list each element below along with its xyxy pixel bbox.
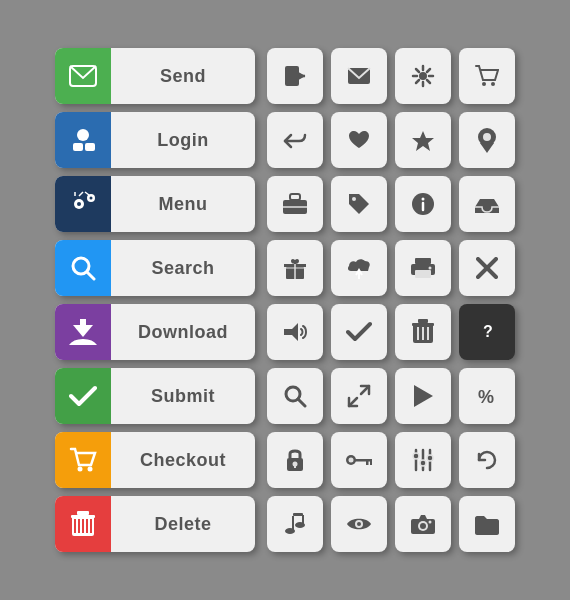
btn-delete[interactable]: Delete bbox=[55, 496, 255, 552]
svg-rect-17 bbox=[82, 519, 84, 533]
svg-text:?: ? bbox=[483, 323, 493, 340]
svg-point-82 bbox=[295, 522, 305, 528]
svg-rect-20 bbox=[77, 511, 89, 515]
icon-btn-folder[interactable] bbox=[459, 496, 515, 552]
icon-btn-info[interactable] bbox=[395, 176, 451, 232]
btn-send-icon bbox=[55, 48, 111, 104]
icon-btn-volume[interactable] bbox=[267, 304, 323, 360]
svg-point-5 bbox=[77, 202, 81, 206]
svg-point-7 bbox=[90, 197, 93, 200]
svg-rect-55 bbox=[418, 319, 428, 323]
svg-point-13 bbox=[88, 467, 93, 472]
icon-btn-expand[interactable] bbox=[331, 368, 387, 424]
svg-rect-19 bbox=[90, 519, 92, 533]
svg-point-38 bbox=[422, 198, 425, 201]
svg-rect-70 bbox=[366, 461, 369, 465]
svg-rect-21 bbox=[71, 515, 95, 518]
btn-download-label: Download bbox=[111, 322, 255, 343]
svg-point-1 bbox=[77, 129, 89, 141]
svg-point-88 bbox=[429, 521, 432, 524]
icon-btn-help[interactable]: ? bbox=[459, 304, 515, 360]
button-column: SendLoginMenuSearchDownloadSubmitCheckou… bbox=[55, 48, 255, 552]
svg-rect-16 bbox=[78, 519, 80, 533]
svg-rect-2 bbox=[73, 143, 83, 151]
icon-btn-percent[interactable]: % bbox=[459, 368, 515, 424]
svg-rect-15 bbox=[74, 519, 76, 533]
svg-marker-30 bbox=[480, 143, 494, 153]
btn-menu-label: Menu bbox=[111, 194, 255, 215]
icon-btn-upload[interactable] bbox=[331, 240, 387, 296]
svg-point-84 bbox=[357, 522, 361, 526]
svg-point-35 bbox=[352, 197, 356, 201]
btn-checkout-icon bbox=[55, 432, 111, 488]
btn-menu[interactable]: Menu bbox=[55, 176, 255, 232]
btn-search[interactable]: Search bbox=[55, 240, 255, 296]
svg-point-81 bbox=[285, 528, 295, 534]
btn-delete-icon bbox=[55, 496, 111, 552]
icon-btn-cart[interactable] bbox=[459, 48, 515, 104]
btn-send-label: Send bbox=[111, 66, 255, 87]
svg-rect-44 bbox=[415, 258, 431, 264]
btn-login-icon bbox=[55, 112, 111, 168]
icon-btn-eye[interactable] bbox=[331, 496, 387, 552]
icon-btn-refresh[interactable] bbox=[459, 432, 515, 488]
svg-rect-69 bbox=[355, 459, 372, 462]
icon-btn-mail[interactable] bbox=[331, 48, 387, 104]
icon-btn-camera[interactable] bbox=[395, 496, 451, 552]
svg-text:%: % bbox=[478, 387, 494, 407]
svg-marker-62 bbox=[414, 385, 433, 407]
main-container: SendLoginMenuSearchDownloadSubmitCheckou… bbox=[39, 32, 531, 568]
btn-send[interactable]: Send bbox=[55, 48, 255, 104]
icon-btn-key[interactable] bbox=[331, 432, 387, 488]
btn-download[interactable]: Download bbox=[55, 304, 255, 360]
icon-btn-settings[interactable] bbox=[395, 48, 451, 104]
icon-btn-star[interactable] bbox=[395, 112, 451, 168]
svg-rect-11 bbox=[80, 319, 86, 327]
btn-login[interactable]: Login bbox=[55, 112, 255, 168]
icon-btn-heart[interactable] bbox=[331, 112, 387, 168]
icon-btn-exit[interactable] bbox=[267, 48, 323, 104]
svg-rect-52 bbox=[417, 327, 419, 340]
btn-download-icon bbox=[55, 304, 111, 360]
btn-submit[interactable]: Submit bbox=[55, 368, 255, 424]
icon-btn-sliders[interactable] bbox=[395, 432, 451, 488]
icon-btn-briefcase[interactable] bbox=[267, 176, 323, 232]
svg-point-87 bbox=[420, 523, 426, 529]
icon-btn-return[interactable] bbox=[267, 112, 323, 168]
svg-rect-78 bbox=[293, 513, 303, 516]
svg-marker-28 bbox=[412, 131, 434, 151]
icon-btn-search2[interactable] bbox=[267, 368, 323, 424]
icon-btn-print[interactable] bbox=[395, 240, 451, 296]
icon-btn-trash[interactable] bbox=[395, 304, 451, 360]
icon-btn-play[interactable] bbox=[395, 368, 451, 424]
svg-point-77 bbox=[427, 455, 433, 461]
btn-submit-icon bbox=[55, 368, 111, 424]
icon-btn-location[interactable] bbox=[459, 112, 515, 168]
icon-btn-close[interactable] bbox=[459, 240, 515, 296]
svg-rect-46 bbox=[415, 270, 431, 278]
btn-checkout-label: Checkout bbox=[111, 450, 255, 471]
svg-point-27 bbox=[491, 82, 495, 86]
svg-point-76 bbox=[420, 460, 426, 466]
icon-btn-tag[interactable] bbox=[331, 176, 387, 232]
svg-point-68 bbox=[349, 458, 354, 463]
svg-line-59 bbox=[298, 399, 305, 406]
svg-rect-66 bbox=[294, 464, 296, 468]
svg-rect-53 bbox=[422, 327, 424, 340]
btn-login-label: Login bbox=[111, 130, 255, 151]
btn-menu-icon bbox=[55, 176, 111, 232]
icon-btn-music[interactable] bbox=[267, 496, 323, 552]
svg-rect-3 bbox=[85, 143, 95, 151]
svg-rect-54 bbox=[427, 327, 429, 340]
svg-point-75 bbox=[413, 453, 419, 459]
svg-rect-56 bbox=[412, 323, 434, 326]
icon-btn-gift[interactable] bbox=[267, 240, 323, 296]
icon-btn-check[interactable] bbox=[331, 304, 387, 360]
svg-marker-50 bbox=[284, 323, 298, 341]
svg-rect-71 bbox=[370, 461, 372, 465]
icon-grid: ?% bbox=[267, 48, 515, 552]
svg-point-47 bbox=[429, 267, 432, 270]
btn-checkout[interactable]: Checkout bbox=[55, 432, 255, 488]
icon-btn-lock[interactable] bbox=[267, 432, 323, 488]
icon-btn-inbox[interactable] bbox=[459, 176, 515, 232]
